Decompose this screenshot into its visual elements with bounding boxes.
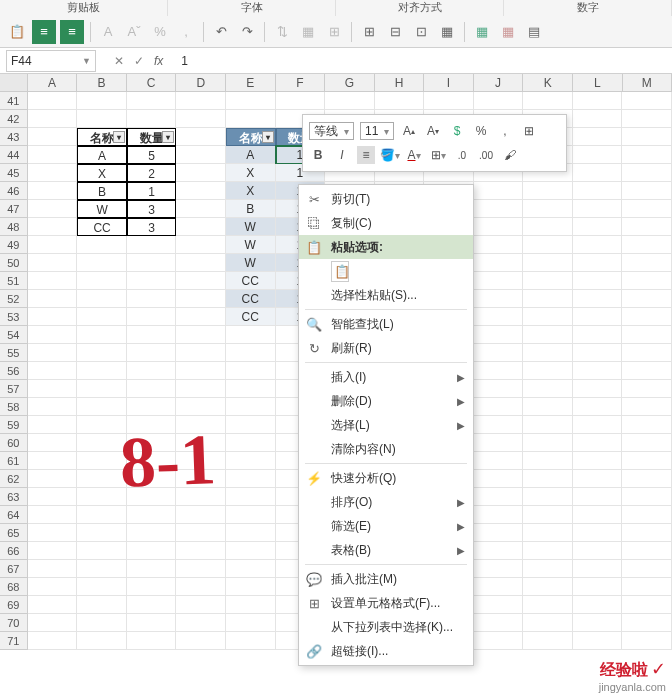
- cell[interactable]: [77, 542, 127, 560]
- cell[interactable]: [523, 542, 573, 560]
- cell[interactable]: [474, 416, 524, 434]
- cell[interactable]: [573, 434, 623, 452]
- align-center-icon[interactable]: ≡: [60, 20, 84, 44]
- select-all-corner[interactable]: [0, 74, 28, 91]
- border-icon[interactable]: ⊞: [358, 21, 380, 43]
- cell[interactable]: [622, 164, 672, 182]
- cell[interactable]: [523, 380, 573, 398]
- cell[interactable]: [127, 524, 177, 542]
- cell[interactable]: [28, 254, 78, 272]
- cell[interactable]: A: [226, 146, 276, 164]
- cell[interactable]: [226, 326, 276, 344]
- cell[interactable]: [474, 542, 524, 560]
- cell[interactable]: [573, 416, 623, 434]
- cell[interactable]: [523, 560, 573, 578]
- cell[interactable]: [176, 110, 226, 128]
- cell[interactable]: [226, 380, 276, 398]
- filter-dropdown-icon[interactable]: ▾: [162, 131, 174, 143]
- cell[interactable]: [28, 92, 78, 110]
- format-painter-icon[interactable]: 🖌: [501, 146, 519, 164]
- row-header[interactable]: 62: [0, 470, 28, 488]
- cell[interactable]: CC: [226, 290, 276, 308]
- cell[interactable]: [523, 632, 573, 650]
- cell[interactable]: [226, 398, 276, 416]
- cell[interactable]: [176, 164, 226, 182]
- cell[interactable]: 3: [127, 200, 177, 218]
- cell[interactable]: 1: [127, 182, 177, 200]
- menu-item[interactable]: 📋: [299, 259, 473, 283]
- cell[interactable]: [77, 488, 127, 506]
- cell[interactable]: [523, 470, 573, 488]
- cell[interactable]: [424, 92, 474, 110]
- row-header[interactable]: 68: [0, 578, 28, 596]
- cell[interactable]: [573, 344, 623, 362]
- cell[interactable]: [176, 488, 226, 506]
- cell[interactable]: [474, 236, 524, 254]
- cell[interactable]: [176, 344, 226, 362]
- cell[interactable]: [622, 506, 672, 524]
- cell[interactable]: [28, 434, 78, 452]
- cell[interactable]: [474, 200, 524, 218]
- cell[interactable]: [127, 614, 177, 632]
- col-header[interactable]: B: [77, 74, 127, 91]
- cell[interactable]: [77, 614, 127, 632]
- cell[interactable]: [622, 254, 672, 272]
- cell[interactable]: [127, 416, 177, 434]
- cell[interactable]: B: [77, 182, 127, 200]
- filter-dropdown-icon[interactable]: ▾: [113, 131, 125, 143]
- cell[interactable]: [573, 362, 623, 380]
- cell[interactable]: [573, 272, 623, 290]
- cell[interactable]: [28, 506, 78, 524]
- cell[interactable]: [573, 542, 623, 560]
- cell[interactable]: 数量▾: [127, 128, 177, 146]
- cell[interactable]: W: [226, 254, 276, 272]
- cell[interactable]: [622, 344, 672, 362]
- cell[interactable]: [127, 470, 177, 488]
- table-icon[interactable]: ⊞: [323, 21, 345, 43]
- cell[interactable]: [226, 632, 276, 650]
- cell[interactable]: [127, 578, 177, 596]
- cell[interactable]: [226, 578, 276, 596]
- cell[interactable]: [573, 218, 623, 236]
- row-header[interactable]: 46: [0, 182, 28, 200]
- cell[interactable]: [523, 578, 573, 596]
- cell[interactable]: [573, 632, 623, 650]
- italic-icon[interactable]: I: [333, 146, 351, 164]
- cell[interactable]: [77, 416, 127, 434]
- cell[interactable]: [474, 560, 524, 578]
- sort-icon[interactable]: ⇅: [271, 21, 293, 43]
- cell[interactable]: [474, 596, 524, 614]
- cell[interactable]: [77, 92, 127, 110]
- row-header[interactable]: 65: [0, 524, 28, 542]
- align-icon[interactable]: ≡: [357, 146, 375, 164]
- cell[interactable]: X: [226, 164, 276, 182]
- cell[interactable]: [474, 326, 524, 344]
- cell[interactable]: [77, 452, 127, 470]
- cell[interactable]: [28, 218, 78, 236]
- cell[interactable]: [28, 560, 78, 578]
- cell[interactable]: [77, 578, 127, 596]
- cell[interactable]: [573, 524, 623, 542]
- freeze-icon[interactable]: ▤: [523, 21, 545, 43]
- border3-icon[interactable]: ⊡: [410, 21, 432, 43]
- row-header[interactable]: 61: [0, 452, 28, 470]
- cell[interactable]: [226, 506, 276, 524]
- cell[interactable]: [474, 362, 524, 380]
- cell[interactable]: [127, 596, 177, 614]
- cell[interactable]: [176, 452, 226, 470]
- row-header[interactable]: 42: [0, 110, 28, 128]
- cell[interactable]: [28, 578, 78, 596]
- cell[interactable]: [77, 236, 127, 254]
- col-header[interactable]: F: [276, 74, 326, 91]
- cell[interactable]: [474, 380, 524, 398]
- border4-icon[interactable]: ▦: [436, 21, 458, 43]
- row-header[interactable]: 50: [0, 254, 28, 272]
- row-header[interactable]: 66: [0, 542, 28, 560]
- cell[interactable]: [176, 524, 226, 542]
- cell[interactable]: [226, 110, 276, 128]
- cell[interactable]: [573, 92, 623, 110]
- cell[interactable]: [28, 236, 78, 254]
- row-header[interactable]: 43: [0, 128, 28, 146]
- cell[interactable]: [28, 398, 78, 416]
- menu-item[interactable]: 清除内容(N): [299, 437, 473, 461]
